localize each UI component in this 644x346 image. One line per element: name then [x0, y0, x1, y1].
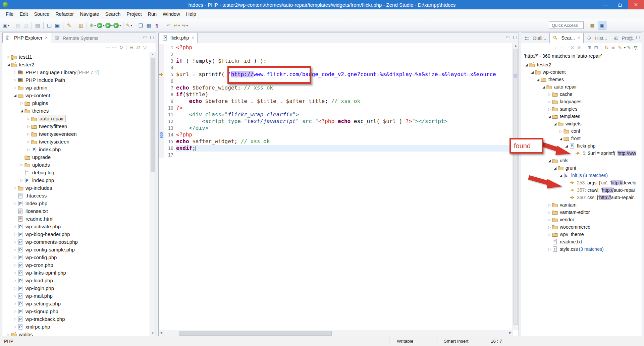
expand-arrow-icon[interactable]: ▷ [6, 333, 11, 336]
expand-arrow-icon[interactable]: ▷ [26, 132, 31, 136]
expand-arrow-icon[interactable]: ▷ [12, 302, 18, 305]
expand-arrow-icon[interactable]: ▷ [558, 129, 564, 133]
open-type-icon[interactable]: ▦ [145, 21, 153, 30]
up-icon[interactable]: ↻ [118, 44, 124, 51]
tree-item-wp-activate-php[interactable]: ▷Pwp-activate.php [2, 223, 150, 230]
expand-arrow-icon[interactable]: ▷ [12, 294, 18, 298]
filter-icon[interactable]: ✎ [616, 44, 623, 51]
collapse-arrow-icon[interactable]: ◢ [547, 159, 552, 163]
expand-arrow-icon[interactable]: ▷ [547, 247, 552, 251]
collapse-arrow-icon[interactable]: ◢ [535, 78, 541, 81]
maximize-view-icon[interactable]: ▢ [513, 35, 517, 40]
minimize-view-icon[interactable]: ▭ [505, 35, 510, 40]
expand-arrow-icon[interactable]: ▷ [12, 317, 18, 321]
collapse-arrow-icon[interactable]: ◢ [558, 137, 564, 140]
close-tab-icon[interactable]: ✕ [45, 36, 48, 40]
run-as-icon[interactable]: ▶▾ [105, 21, 113, 30]
remove-all-matches-icon[interactable]: ✕ [576, 44, 582, 51]
search-match-row[interactable]: 360: css: ['http://auto-repair. [521, 194, 642, 201]
save-icon[interactable]: ▦ [14, 21, 21, 30]
save-all-icon[interactable]: ▧ [22, 21, 30, 30]
code-editor[interactable]: 1<?php23if ( !empty( $flickr_id ) ):45$u… [159, 43, 513, 330]
view-menu-icon[interactable]: ▽ [632, 44, 639, 51]
tree-item-debug-log[interactable]: debug.log [2, 169, 150, 176]
expand-arrow-icon[interactable]: ▷ [547, 107, 552, 111]
tree-item-tester2[interactable]: ◢tester2 [2, 61, 150, 68]
scroll-down-icon[interactable]: ▼ [150, 331, 156, 336]
explorer-scrollbar[interactable]: ▲ ▼ [150, 52, 156, 336]
expand-arrow-icon[interactable]: ▷ [19, 101, 24, 105]
tree-item-languages[interactable]: ▷languages [521, 98, 642, 105]
tree-item-utils[interactable]: ◢utils [521, 157, 642, 164]
tree-item-themes[interactable]: ◢themes [2, 107, 150, 115]
tree-item-grunt[interactable]: ◢grunt [521, 164, 642, 172]
tree-item-twentyseventeen[interactable]: ▷twentyseventeen [2, 130, 150, 138]
maximize-view-icon[interactable]: ▢ [150, 35, 154, 40]
external-tools-icon[interactable]: ✎ [65, 21, 73, 30]
menu-navigate[interactable]: Navigate [77, 10, 102, 18]
expand-arrow-icon[interactable]: ▷ [12, 86, 18, 90]
tree-item-wp-signup-php[interactable]: ▷Pwp-signup.php [2, 307, 150, 315]
collapse-arrow-icon[interactable]: ◢ [524, 63, 529, 67]
tab-remotesystems[interactable]: Remote Systems [51, 33, 102, 43]
back-history-icon[interactable]: ↩▾ [173, 21, 180, 30]
menu-project[interactable]: Project [123, 10, 145, 18]
run-icon[interactable]: ▶▾ [97, 21, 105, 30]
code-line-14[interactable]: 14<?php [159, 131, 513, 138]
profile-icon[interactable]: ▶▾ [113, 21, 121, 30]
search-toolbar-icon[interactable]: ✎▾ [125, 21, 133, 30]
collapse-arrow-icon[interactable]: ◢ [552, 166, 558, 170]
expand-arrow-icon[interactable]: ▷ [19, 163, 24, 167]
close-tab-icon[interactable]: ✕ [577, 36, 580, 40]
collapse-arrow-icon[interactable]: ◢ [558, 174, 564, 177]
dropdown-caret-icon[interactable]: ▾ [94, 24, 96, 27]
tab-hist[interactable]: Hist... [584, 33, 610, 43]
expand-arrow-icon[interactable]: ▷ [547, 225, 552, 229]
search-match-row[interactable]: 357: crawl: 'http://auto-repai [521, 186, 642, 194]
code-line-1[interactable]: 1<?php [159, 44, 513, 51]
code-line-17[interactable]: 17 [159, 152, 513, 158]
expand-arrow-icon[interactable]: ▷ [12, 240, 18, 244]
expand-arrow-icon[interactable]: ▷ [12, 255, 18, 259]
tree-item-wp-config-php[interactable]: ▷Pwp-config.php [2, 253, 150, 261]
tree-item-auto-repair[interactable]: ▷auto-repair [2, 115, 150, 122]
tree-item-twentysixteen[interactable]: ▷twentysixteen [2, 138, 150, 146]
scrollbar-thumb[interactable] [514, 49, 518, 325]
menu-window[interactable]: Window [160, 10, 183, 18]
search-match-row[interactable]: 253: args: ['co', 'http://develo [521, 179, 642, 186]
tree-item-readme-html[interactable]: readme.html [2, 215, 150, 223]
close-button[interactable]: ✕ [628, 0, 644, 9]
tree-item-index-php[interactable]: ▷Pindex.php [2, 176, 150, 184]
expand-arrow-icon[interactable]: ▷ [12, 70, 18, 74]
cancel-search-icon[interactable]: ■ [610, 44, 616, 51]
tree-item-wp-includes[interactable]: ▷wp-includes [2, 184, 150, 192]
php-perspective-icon[interactable]: ▣ [598, 21, 606, 30]
menu-refactor[interactable]: Refactor [52, 10, 77, 18]
tree-item-uploads[interactable]: ▷uploads [2, 161, 150, 169]
tree-item-vamtam[interactable]: ▷vamtam [521, 201, 642, 209]
dropdown-caret-icon[interactable]: ▾ [186, 24, 188, 27]
tree-item-index-php[interactable]: ▷Pindex.php [2, 146, 150, 153]
dropdown-caret-icon[interactable]: ▾ [178, 24, 180, 27]
scroll-right-icon[interactable]: ▶ [509, 331, 512, 334]
expand-arrow-icon[interactable]: ▷ [6, 55, 11, 59]
tree-item-twentyfifteen[interactable]: ▷twentyfifteen [2, 122, 150, 130]
tree-item-wp-trackback-php[interactable]: ▷Pwp-trackback.php [2, 315, 150, 323]
menu-search[interactable]: Search [102, 10, 123, 18]
minimize-button[interactable]: — [598, 0, 613, 9]
tree-item-templates[interactable]: ◢templates [521, 113, 642, 120]
mark-occurrences-icon[interactable]: ¶ [153, 21, 161, 30]
next-match-icon[interactable]: ↓ [552, 44, 558, 51]
collapse-arrow-icon[interactable]: ◢ [6, 63, 11, 66]
expand-arrow-icon[interactable]: ▷ [12, 201, 18, 205]
tree-item-tester2[interactable]: ◢tester2 [521, 61, 642, 68]
tree-item-style-css[interactable]: ▷cstyle.css (3 matches) [521, 245, 642, 253]
collapse-arrow-icon[interactable]: ◢ [530, 70, 535, 74]
run-search-again-icon[interactable]: ↻ [603, 44, 610, 51]
collapse-arrow-icon[interactable]: ◢ [564, 144, 569, 148]
tree-item-wp-content[interactable]: ◢wp-content [521, 68, 642, 76]
tree-item-license-txt[interactable]: license.txt [2, 207, 150, 215]
expand-arrow-icon[interactable]: ▷ [12, 186, 18, 190]
tree-item-vendor[interactable]: ▷vendor [521, 216, 642, 223]
tree-item-php-language-library[interactable]: ▷PHP Language Library [PHP 7.1] [2, 68, 150, 76]
